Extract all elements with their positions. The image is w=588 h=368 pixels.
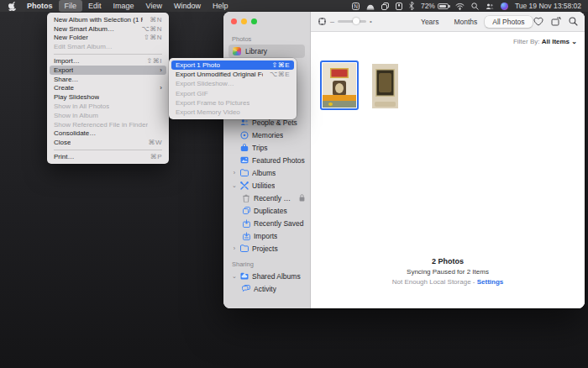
sidebar-item-recently-deleted[interactable]: Recently Dele… [223, 192, 310, 204]
menu-item-new-album-with-selection[interactable]: New Album with Selection (1 Photo) ⌘N [50, 15, 166, 24]
menu-item-export-memory-video: Export Memory Video [171, 108, 294, 117]
sidebar-item-utilities[interactable]: ⌄ Utilities [223, 179, 310, 192]
wifi-icon[interactable] [455, 3, 465, 10]
menu-item-show-in-album: Show in Album [50, 111, 166, 120]
sidebar-item-shared-albums[interactable]: ⌄ Shared Albums [223, 270, 310, 282]
menubar-app-title[interactable]: Photos [21, 0, 59, 12]
window-main: – • Years Months All Photos Filter By: A… [311, 12, 585, 308]
photo-1 [323, 63, 356, 108]
bell-icon[interactable] [366, 3, 375, 10]
menubar-item-image[interactable]: Image [108, 0, 140, 12]
battery-indicator[interactable]: 72% [421, 2, 449, 10]
clipboard-icon[interactable] [381, 3, 389, 10]
sidebar-item-imports[interactable]: Imports [223, 229, 310, 242]
albums-icon [240, 169, 249, 177]
menu-item-import[interactable]: Import… ⇧⌘I [50, 56, 166, 66]
imports-icon [242, 232, 250, 240]
sync-status: Syncing Paused for 2 Items [311, 268, 585, 276]
sidebar-item-trips[interactable]: Trips [223, 141, 310, 154]
trips-icon [240, 144, 249, 152]
close-window-button[interactable] [231, 18, 237, 24]
menu-item-play-slideshow[interactable]: Play Slideshow [50, 92, 166, 102]
menu-item-new-smart-album[interactable]: New Smart Album… ⌥⌘N [50, 24, 166, 34]
battery-icon [438, 3, 449, 9]
export-submenu: Export 1 Photo ⇧⌘E Export Unmodified Ori… [169, 58, 297, 119]
projects-icon [240, 244, 249, 253]
menu-separator [54, 54, 162, 55]
sidebar-item-library[interactable]: Library [228, 45, 305, 58]
segment-months[interactable]: Months [446, 16, 485, 28]
menubar-item-edit[interactable]: Edit [82, 0, 108, 12]
sidebar-section-sharing: Sharing [232, 260, 310, 268]
spotlight-search-icon[interactable] [471, 3, 479, 10]
photo-thumbnail-2[interactable] [372, 64, 398, 108]
photo-grid-area: Filter By: All Items ⌄ 2 [311, 32, 585, 308]
menubar-clock[interactable]: Tue 19 Nov 13:58:02 [515, 2, 581, 10]
sidebar-item-activity[interactable]: Activity [223, 282, 310, 295]
menu-item-edit-smart-album: Edit Smart Album… [50, 42, 166, 51]
thumbnail-aspect-icon[interactable] [318, 17, 327, 26]
featured-photos-icon [240, 156, 249, 165]
sidebar-item-featured-photos[interactable]: Featured Photos [223, 154, 310, 166]
menu-item-export-slideshow: Export Slideshow… [171, 79, 294, 88]
zoom-window-button[interactable] [251, 18, 257, 24]
sidebar-item-duplicates[interactable]: Duplicates [223, 204, 310, 217]
menubar-item-view[interactable]: View [140, 0, 168, 12]
menu-item-create[interactable]: Create › [50, 84, 166, 93]
sidebar-item-albums[interactable]: › Albums [223, 166, 310, 179]
battery-percent: 72% [421, 2, 435, 10]
search-icon[interactable] [569, 17, 578, 26]
menubar-item-file[interactable]: File [59, 0, 83, 12]
zoom-out-mark: – [330, 18, 334, 26]
bluetooth-icon[interactable] [409, 2, 414, 10]
filter-control[interactable]: Filter By: All Items ⌄ [513, 38, 577, 45]
menu-item-show-in-all-photos: Show in All Photos [50, 102, 166, 111]
window-toolbar: – • Years Months All Photos [311, 12, 585, 32]
segment-all-photos[interactable]: All Photos [485, 16, 532, 28]
rotate-icon[interactable] [551, 17, 561, 26]
window-controls [231, 18, 257, 24]
recently-saved-icon [242, 219, 250, 228]
submenu-arrow-icon: › [160, 66, 162, 74]
photo-count: 2 Photos [311, 257, 585, 265]
menubar-item-help[interactable]: Help [207, 0, 234, 12]
segment-years[interactable]: Years [413, 16, 446, 28]
menu-item-export-unmodified-original[interactable]: Export Unmodified Original For 1 Photo ⌥… [171, 70, 294, 79]
sidebar-item-projects[interactable]: › Projects [223, 242, 310, 255]
menu-item-consolidate[interactable]: Consolidate… [50, 129, 166, 139]
menu-item-export-gif: Export GIF [171, 89, 294, 98]
menu-item-export-1-photo[interactable]: Export 1 Photo ⇧⌘E [171, 60, 294, 70]
menu-bar: Photos File Edit Image View Window Help … [0, 0, 588, 12]
sidebar-item-recently-saved[interactable]: Recently Saved [223, 217, 310, 229]
menu-item-export[interactable]: Export › [50, 66, 166, 75]
menubar-item-window[interactable]: Window [168, 0, 207, 12]
zoom-slider-knob[interactable] [353, 18, 360, 24]
svg-text:N: N [354, 3, 358, 9]
siri-icon[interactable] [501, 3, 508, 10]
zoom-in-mark: • [370, 18, 372, 25]
menu-item-close[interactable]: Close ⌘W [50, 138, 166, 147]
zoom-slider[interactable] [338, 20, 366, 23]
minimize-window-button[interactable] [241, 18, 247, 24]
sidebar-item-memories[interactable]: Memories [223, 129, 310, 141]
package-icon[interactable] [396, 3, 402, 10]
library-status: 2 Photos Syncing Paused for 2 Items Not … [311, 257, 585, 286]
menu-item-share[interactable]: Share… [50, 75, 166, 84]
sidebar-section-photos: Photos [232, 35, 310, 43]
sidebar-item-label: Library [245, 47, 267, 55]
menu-item-print[interactable]: Print… ⌘P [50, 152, 166, 161]
duplicates-icon [242, 207, 250, 215]
photo-thumbnail-selected[interactable] [320, 60, 359, 110]
shared-albums-icon [240, 272, 249, 281]
user-switch-icon[interactable] [486, 3, 494, 10]
submenu-arrow-icon: › [160, 84, 162, 92]
library-icon [233, 47, 241, 55]
favorite-heart-icon[interactable] [533, 17, 543, 26]
menu-separator [54, 150, 162, 150]
notes-app-icon[interactable]: N [352, 3, 360, 10]
utilities-icon [240, 181, 249, 190]
settings-link[interactable]: Settings [477, 278, 504, 286]
menu-item-show-referenced-file: Show Referenced File in Finder [50, 120, 166, 129]
menu-item-new-folder[interactable]: New Folder ⇧⌘N [50, 34, 166, 43]
apple-menu-icon[interactable] [8, 2, 16, 11]
